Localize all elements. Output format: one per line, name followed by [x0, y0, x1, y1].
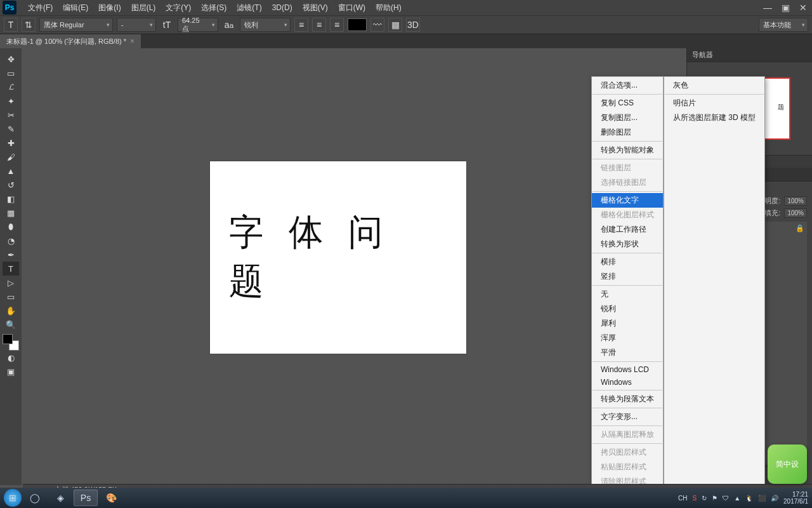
font-family-dropdown[interactable]: 黑体 Regular: [39, 18, 113, 32]
font-style-dropdown[interactable]: -: [117, 18, 156, 32]
context-menu-item[interactable]: 竖排: [592, 269, 663, 284]
marquee-tool[interactable]: ▭: [3, 66, 19, 80]
brush-tool[interactable]: 🖌: [3, 150, 19, 164]
context-menu-item[interactable]: 平滑: [592, 345, 663, 360]
menu-edit[interactable]: 编辑(E): [58, 0, 93, 15]
menu-window[interactable]: 窗口(W): [333, 0, 370, 15]
healing-tool[interactable]: ✚: [3, 136, 19, 150]
document-tab-bar: 未标题-1 @ 100% (字体问题, RGB/8) * ×: [0, 34, 812, 48]
context-menu-item[interactable]: 从所选图层新建 3D 模型: [664, 110, 764, 125]
type-tool[interactable]: T: [3, 262, 19, 276]
magic-wand-tool[interactable]: ✦: [3, 94, 19, 108]
context-menu-item[interactable]: 创建工作路径: [592, 222, 663, 237]
context-menu-item[interactable]: 复制 CSS: [592, 96, 663, 110]
toolbox: ✥ ▭ 𝓛 ✦ ✂ ✎ ✚ 🖌 ▲ ↺ ◧ ▦ ⬮ ◔ ✒ T ▷ ▭ ✋ 🔍 …: [0, 48, 22, 485]
tray-icon[interactable]: ⚑: [712, 495, 717, 502]
font-size-dropdown[interactable]: 64.25 点: [178, 18, 218, 32]
lock-icon[interactable]: 🔒: [796, 224, 804, 232]
opacity-value[interactable]: 100%: [784, 196, 807, 206]
context-menu-item[interactable]: 混合选项...: [592, 78, 663, 93]
taskbar-paint[interactable]: 🎨: [99, 490, 123, 506]
lasso-tool[interactable]: 𝓛: [3, 80, 19, 94]
antialias-dropdown[interactable]: 锐利: [240, 18, 291, 32]
context-menu-item[interactable]: Windows LCD: [592, 363, 663, 376]
context-menu-item[interactable]: 转换为智能对象: [592, 143, 663, 157]
shape-tool[interactable]: ▭: [3, 290, 19, 304]
eyedropper-tool[interactable]: ✎: [3, 122, 19, 136]
menu-type[interactable]: 文字(Y): [160, 0, 196, 15]
align-right-button[interactable]: ≡: [330, 18, 344, 32]
menu-layer[interactable]: 图层(L): [126, 0, 161, 15]
menu-3d[interactable]: 3D(D): [267, 0, 298, 15]
context-menu-item[interactable]: 文字变形...: [592, 410, 663, 424]
align-left-button[interactable]: ≡: [294, 18, 308, 32]
taskbar-browser[interactable]: ◈: [48, 490, 72, 506]
menu-filter[interactable]: 滤镜(T): [232, 0, 266, 15]
taskbar-explorer[interactable]: ◯: [23, 490, 47, 506]
canvas-area[interactable]: 字体问题: [22, 48, 686, 485]
text-orientation-button[interactable]: ⇅: [22, 18, 36, 32]
pen-tool[interactable]: ✒: [3, 248, 19, 262]
context-menu-item[interactable]: 横排: [592, 255, 663, 269]
hand-tool[interactable]: ✋: [3, 304, 19, 318]
tool-preset-icon[interactable]: T: [4, 18, 18, 32]
taskbar-photoshop[interactable]: Ps: [74, 490, 98, 506]
minimize-button[interactable]: —: [759, 1, 776, 14]
move-tool[interactable]: ✥: [3, 52, 19, 66]
context-menu-item[interactable]: 转换为形状: [592, 237, 663, 251]
context-menu-item[interactable]: 栅格化文字: [592, 193, 663, 208]
path-select-tool[interactable]: ▷: [3, 276, 19, 290]
context-menu-item[interactable]: 删除图层: [592, 125, 663, 140]
foreground-swatch[interactable]: [3, 334, 13, 344]
warp-text-button[interactable]: 〰: [370, 18, 384, 32]
zoom-tool[interactable]: 🔍: [3, 318, 19, 331]
context-menu-item[interactable]: 灰色: [664, 78, 764, 93]
tray-icon[interactable]: 🛡: [723, 495, 729, 502]
text-color-swatch[interactable]: [348, 18, 367, 31]
eraser-tool[interactable]: ◧: [3, 192, 19, 206]
canvas[interactable]: 字体问题: [210, 161, 466, 354]
tray-icon[interactable]: ▲: [734, 495, 740, 502]
tray-icon[interactable]: ↻: [702, 495, 707, 502]
tray-icon[interactable]: 🔊: [771, 495, 778, 502]
context-menu-col1: 混合选项...复制 CSS复制图层...删除图层转换为智能对象链接图层选择链接图…: [591, 76, 664, 508]
taskbar-clock[interactable]: 17:21 2017/6/1: [783, 491, 808, 505]
3d-button[interactable]: 3D: [406, 18, 420, 32]
tray-icon[interactable]: 🐧: [745, 495, 753, 502]
crop-tool[interactable]: ✂: [3, 108, 19, 122]
tray-icon[interactable]: ⬛: [758, 495, 766, 502]
close-tab-icon[interactable]: ×: [130, 37, 134, 46]
menu-image[interactable]: 图像(I): [93, 0, 126, 15]
navigator-panel-tab[interactable]: 导航器: [687, 48, 812, 62]
blur-tool[interactable]: ⬮: [3, 220, 19, 234]
fill-value[interactable]: 100%: [784, 208, 807, 218]
close-button[interactable]: ✕: [794, 1, 812, 14]
context-menu-item[interactable]: 复制图层...: [592, 110, 663, 125]
menu-help[interactable]: 帮助(H): [370, 0, 407, 15]
context-menu-item[interactable]: 犀利: [592, 316, 663, 331]
align-center-button[interactable]: ≡: [312, 18, 326, 32]
document-tab[interactable]: 未标题-1 @ 100% (字体问题, RGB/8) * ×: [0, 34, 141, 48]
character-panel-button[interactable]: ▦: [388, 18, 402, 32]
screenmode-button[interactable]: ▣: [3, 364, 19, 378]
context-menu-item[interactable]: 锐利: [592, 302, 663, 316]
history-brush-tool[interactable]: ↺: [3, 178, 19, 192]
maximize-button[interactable]: ▣: [776, 1, 794, 14]
context-menu-item[interactable]: 明信片: [664, 96, 764, 110]
quickmask-button[interactable]: ◐: [3, 351, 19, 364]
context-menu-item[interactable]: Windows: [592, 376, 663, 389]
menu-select[interactable]: 选择(S): [196, 0, 232, 15]
color-swatches[interactable]: [3, 334, 19, 351]
dodge-tool[interactable]: ◔: [3, 234, 19, 248]
menu-view[interactable]: 视图(V): [298, 0, 333, 15]
stamp-tool[interactable]: ▲: [3, 164, 19, 178]
context-menu-item[interactable]: 浑厚: [592, 331, 663, 345]
gradient-tool[interactable]: ▦: [3, 206, 19, 220]
lang-indicator[interactable]: CH: [678, 495, 687, 502]
context-menu-item[interactable]: 无: [592, 287, 663, 302]
start-button[interactable]: ⊞: [4, 489, 22, 507]
workspace-dropdown[interactable]: 基本功能: [759, 18, 808, 32]
context-menu-item[interactable]: 转换为段落文本: [592, 392, 663, 406]
menu-file[interactable]: 文件(F): [23, 0, 58, 15]
tray-icon[interactable]: S: [692, 495, 697, 502]
